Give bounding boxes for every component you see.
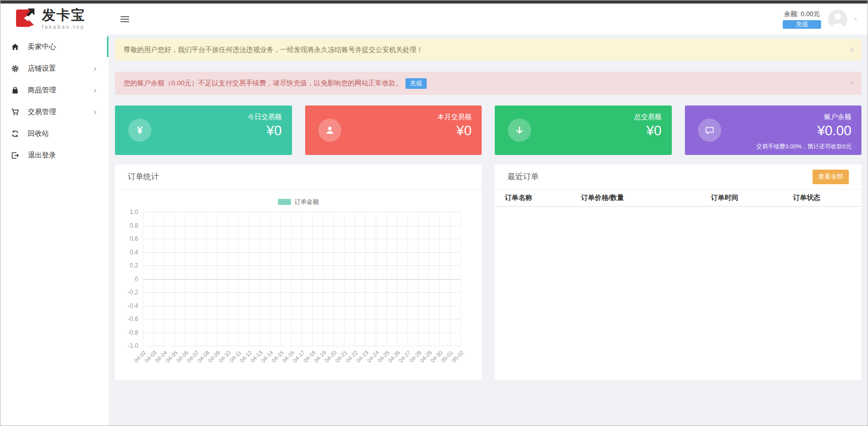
stat-card-today-trade: ¥今日交易额¥0	[115, 105, 292, 155]
balance-alert-text: 您的账户余额（0.00元）不足以支付交易手续费，请尽快充值，以免影响您的网站正常…	[124, 79, 402, 88]
x-axis-tick-label: 04-07	[186, 349, 200, 363]
app-root: 发卡宝 fakabao.top 卖家中心店铺设置›商品管理›交易管理›回收站退出…	[0, 4, 868, 426]
x-axis-tick-label: 04-18	[302, 349, 316, 363]
stat-card-label: 账户余额	[817, 113, 851, 122]
column-header-2: 订单时间	[711, 193, 793, 202]
stat-card-label: 本月交易额	[438, 113, 472, 122]
x-axis-tick-label: 04-23	[355, 349, 369, 363]
x-axis-tick-label: 04-17	[292, 349, 306, 363]
y-axis-tick-label: 1.0	[130, 208, 138, 216]
x-axis-tick-label: 04-06	[175, 349, 189, 363]
orders-table-body	[495, 207, 861, 380]
gridline-v	[333, 212, 334, 346]
brand-domain: fakabao.top	[42, 25, 86, 30]
gridline-v	[439, 212, 440, 346]
x-axis-tick-label: 04-09	[207, 349, 221, 363]
main-column: 余额: 0.00元 充值 ▾ 尊敬的用户您好，我们平台不接任何违法违规业务，一经…	[108, 4, 868, 426]
gridline-v	[249, 212, 249, 346]
gridline-v	[344, 212, 344, 346]
stat-card-value: ¥0	[634, 123, 662, 139]
stat-card-value: ¥0.00	[817, 123, 851, 139]
browser-top-strip	[0, 0, 868, 4]
sidebar-item-trade-management[interactable]: 交易管理›	[0, 101, 108, 123]
sidebar-item-label: 商品管理	[28, 86, 56, 95]
x-axis-tick-label: 04-21	[334, 349, 348, 363]
y-axis-tick-label: -0.4	[128, 302, 138, 309]
sidebar-item-label: 回收站	[28, 129, 49, 138]
sidebar-item-shop-settings[interactable]: 店铺设置›	[0, 58, 108, 79]
x-axis-tick-label: 04-04	[154, 349, 168, 363]
gridline-v	[259, 212, 260, 346]
stat-card-month-trade: 本月交易额¥0	[305, 105, 482, 155]
gridline-v	[397, 212, 397, 346]
sidebar-item-recycle-bin[interactable]: 回收站	[0, 123, 108, 144]
x-axis-tick-label: 04-13	[249, 349, 263, 363]
x-axis-tick-label: 04-22	[344, 349, 359, 363]
balance-alert: 您的账户余额（0.00元）不足以支付交易手续费，请尽快充值，以免影响您的网站正常…	[115, 72, 861, 95]
x-axis-tick-label: 04-30	[429, 349, 443, 363]
view-all-button[interactable]: 查看全部	[813, 170, 849, 184]
arrow-down-icon	[508, 119, 531, 142]
x-axis-tick-label: 04-25	[376, 349, 390, 363]
x-axis-tick-label: 04-28	[408, 349, 422, 363]
y-axis-tick-label: -0.8	[128, 329, 138, 336]
sidebar-item-label: 店铺设置	[28, 64, 56, 73]
x-axis-tick-label: 04-20	[323, 349, 337, 363]
x-axis-tick-label: 05-01	[440, 349, 454, 363]
gridline-v	[302, 212, 302, 346]
x-axis-tick-label: 04-02	[133, 349, 147, 363]
chart-legend[interactable]: 订单金额	[115, 198, 482, 205]
x-axis-tick-label: 04-08	[196, 349, 210, 363]
chart-plot: 1.00.80.60.40.20-0.2-0.4-0.6-0.8-1.004-0…	[143, 212, 460, 346]
avatar[interactable]	[828, 10, 847, 29]
recycle-icon	[11, 130, 20, 138]
x-axis-tick-label: 05-02	[450, 349, 465, 363]
column-header-0: 订单名称	[505, 193, 581, 202]
gridline-v	[143, 212, 143, 346]
order-stats-panel: 订单统计 订单金额 1.00.80.60.40.20-0.2-0.4-0.6-0…	[115, 165, 482, 380]
gridline-v	[355, 212, 355, 346]
column-header-1: 订单价格/数量	[581, 193, 711, 202]
y-axis-tick-label: -0.2	[128, 289, 138, 296]
sidebar-item-label: 交易管理	[28, 108, 56, 117]
close-icon[interactable]: ×	[850, 46, 854, 54]
recent-orders-title: 最近订单	[507, 172, 539, 182]
y-axis-tick-label: 0.2	[130, 262, 138, 269]
menu-toggle-icon[interactable]	[120, 14, 130, 24]
home-icon	[11, 43, 20, 51]
stat-card-total-trade: 总交易额¥0	[495, 105, 672, 155]
alert-recharge-button[interactable]: 充值	[406, 78, 427, 89]
brand-logo[interactable]: 发卡宝 fakabao.top	[0, 4, 108, 35]
gridline-v	[323, 212, 323, 346]
chevron-down-icon[interactable]: ▾	[854, 16, 857, 22]
y-axis-tick-label: 0.4	[130, 249, 138, 256]
y-axis-tick-label: 0.6	[130, 235, 138, 242]
x-axis-tick-label: 04-14	[260, 349, 274, 363]
sidebar-menu: 卖家中心店铺设置›商品管理›交易管理›回收站退出登录	[0, 36, 108, 166]
close-icon[interactable]: ×	[850, 79, 854, 87]
recent-orders-panel: 最近订单 查看全部 订单名称订单价格/数量订单时间订单状态	[495, 165, 861, 380]
x-axis-tick-label: 04-12	[239, 349, 253, 363]
gridline-v	[280, 212, 281, 346]
recharge-button[interactable]: 充值	[783, 20, 821, 29]
x-axis-tick-label: 04-24	[366, 349, 380, 363]
brand-name: 发卡宝	[42, 9, 86, 22]
x-axis-tick-label: 04-10	[217, 349, 232, 363]
gridline-v	[408, 212, 408, 346]
gridline-v	[386, 212, 387, 346]
gridline-v	[312, 212, 313, 346]
header: 余额: 0.00元 充值 ▾	[108, 4, 868, 35]
chevron-right-icon: ›	[94, 86, 96, 94]
sidebar-item-logout[interactable]: 退出登录	[0, 144, 108, 166]
gridline-v	[185, 212, 186, 346]
gridline-v	[460, 212, 461, 346]
chevron-right-icon: ›	[94, 65, 96, 73]
cart-icon	[11, 108, 20, 116]
x-axis-tick-label: 04-16	[281, 349, 295, 363]
stat-card-value: ¥0	[248, 123, 282, 139]
sidebar-item-seller-center[interactable]: 卖家中心	[0, 36, 108, 58]
sidebar-item-product-management[interactable]: 商品管理›	[0, 79, 108, 101]
gridline-v	[153, 212, 154, 346]
orders-table-header: 订单名称订单价格/数量订单时间订单状态	[495, 190, 861, 207]
warning-alert: 尊敬的用户您好，我们平台不接任何违法违规业务，一经发现将永久冻结账号并提交公安机…	[115, 39, 861, 61]
